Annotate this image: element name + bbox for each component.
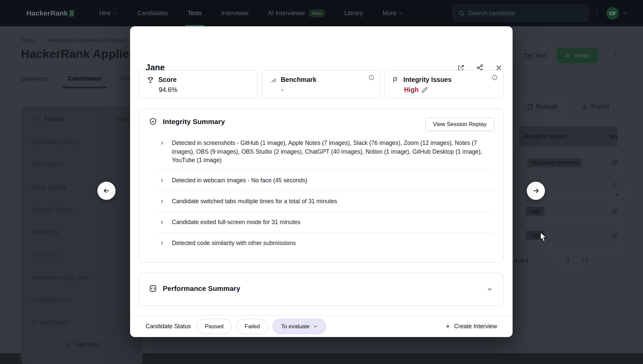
nav-item-hire[interactable]: Hire	[89, 0, 127, 26]
link-icon[interactable]	[612, 159, 617, 165]
status-to-evaluate-label: To evaluate	[281, 323, 309, 330]
nav-item-label: AI Interviewer	[268, 10, 305, 17]
filter-label: Candidate status	[32, 138, 79, 146]
nav-item-interviews[interactable]: Interviews	[212, 0, 258, 26]
column-inv: Inv	[610, 133, 618, 140]
integrity-cell-high: High	[526, 207, 545, 216]
filters-header: Filters	[32, 115, 63, 123]
integrity-item-text: Candidate switched tabs multiple times f…	[172, 197, 337, 206]
refresh-button[interactable]: Refresh	[521, 99, 564, 115]
breadcrumb-current: HackerRank Applied AI Enginee	[48, 37, 127, 43]
chevron-right-icon	[614, 192, 620, 198]
person-plus-icon	[565, 52, 571, 59]
integrity-label: Integrity Issues	[403, 76, 452, 84]
try-test-button[interactable]: Try Test	[518, 48, 552, 63]
create-interview-label: Create Interview	[454, 323, 497, 330]
filter-id-verification[interactable]: ID Verification	[32, 319, 134, 326]
filter-label: Completed on	[32, 296, 70, 304]
pagination-range: 4 of 4	[514, 257, 528, 264]
plus-icon	[445, 323, 451, 329]
table-scroll-right-button[interactable]	[609, 187, 625, 203]
tab-candidates[interactable]: Candidates	[68, 75, 101, 88]
tab-questions[interactable]: Questions	[21, 75, 49, 88]
chevron-right-icon	[39, 38, 43, 42]
filter-integrity-issues[interactable]: Integrity issues	[32, 206, 134, 213]
performance-summary-title: Performance Summary	[163, 284, 240, 293]
status-passed-button[interactable]: Passed	[196, 319, 232, 334]
tab-label: Questions	[21, 75, 49, 82]
search-icon	[458, 10, 465, 17]
hackerrank-logo[interactable]: HackerRank	[26, 9, 74, 17]
avatar[interactable]: CF	[606, 7, 619, 20]
next-candidate-button[interactable]	[527, 182, 545, 200]
arrow-left-icon	[102, 187, 111, 195]
filters-collapse-icon[interactable]	[32, 116, 39, 123]
kebab-menu-icon[interactable]	[611, 51, 619, 59]
row-divider	[524, 223, 617, 223]
status-failed-button[interactable]: Failed	[236, 319, 268, 334]
link-icon[interactable]	[612, 208, 617, 214]
filter-invited-by[interactable]: Invited by	[32, 229, 134, 236]
export-button[interactable]: Export	[581, 103, 609, 110]
chevron-down-icon	[313, 324, 318, 329]
integrity-item-text: Candidate exited full-screen mode for 31…	[172, 218, 300, 227]
modal-footer: Candidate Status Passed Failed To evalua…	[130, 315, 513, 337]
integrity-item-tab-switch[interactable]: Candidate switched tabs multiple times f…	[159, 197, 491, 206]
plus-icon	[65, 342, 70, 348]
search-input[interactable]	[468, 10, 583, 17]
filter-total-score[interactable]: Total score	[32, 161, 134, 168]
filter-invited-on[interactable]: Invited on	[32, 251, 134, 259]
integrity-card-header: Integrity Issues	[392, 76, 452, 84]
pagination-page-input[interactable]: 1	[558, 254, 578, 267]
filter-invitation-expiry[interactable]: Invitation expiry date	[32, 274, 134, 281]
info-icon[interactable]	[492, 74, 498, 81]
nav-item-label: Library	[344, 10, 363, 17]
breadcrumb-tests[interactable]: Tests	[21, 37, 34, 43]
view-session-replay-label: View Session Replay	[433, 121, 487, 128]
nav-item-tests[interactable]: Tests	[178, 0, 212, 26]
pagination-total: / 1	[582, 257, 588, 264]
row-divider	[524, 248, 617, 248]
trophy-icon	[147, 76, 154, 83]
info-icon[interactable]	[368, 74, 374, 81]
status-passed-label: Passed	[205, 323, 223, 330]
nav-item-ai-interviewer[interactable]: AI Interviewer New	[258, 0, 335, 26]
top-nav: HackerRank Hire Candidates Tests Intervi…	[0, 0, 643, 26]
create-interview-button[interactable]: Create Interview	[445, 323, 497, 330]
nav-menu: Hire Candidates Tests Interviews AI Inte…	[89, 0, 413, 26]
benchmark-card: Benchmark -	[262, 70, 380, 98]
filter-code-quality[interactable]: Code quality	[32, 183, 134, 191]
nav-item-library[interactable]: Library	[335, 0, 373, 26]
filter-label: Code quality	[32, 183, 66, 191]
integrity-item-fullscreen-exit[interactable]: Candidate exited full-screen mode for 31…	[159, 218, 491, 227]
link-icon[interactable]	[612, 233, 617, 238]
chevron-down-icon[interactable]	[486, 286, 493, 293]
previous-candidate-button[interactable]	[97, 182, 116, 200]
view-session-replay-button[interactable]: View Session Replay	[425, 118, 494, 131]
integrity-item-webcam[interactable]: Detected in webcam images - No face (45 …	[159, 176, 491, 185]
nav-item-candidates[interactable]: Candidates	[127, 0, 178, 26]
invite-button[interactable]: Invite	[556, 48, 598, 63]
performance-summary-card[interactable]: Performance Summary	[139, 273, 503, 306]
filter-label: ID Verification	[32, 319, 70, 326]
edit-icon[interactable]	[422, 87, 428, 93]
chevron-right-icon	[159, 199, 165, 204]
filters-panel: Filters Reset Candidate status Total sco…	[21, 107, 143, 364]
integrity-item-code-similarity[interactable]: Detected code similarity with other subm…	[159, 239, 491, 248]
add-filter-button[interactable]: Add filter	[32, 337, 132, 353]
filter-candidate-status[interactable]: Candidate status	[32, 138, 134, 146]
integrity-item-screenshots[interactable]: Detected in screenshots - GitHub (1 imag…	[159, 139, 491, 165]
candidate-detail-modal: Jane Score 94.6% Benchmark - Integrity I…	[130, 26, 513, 337]
search-box[interactable]	[453, 5, 588, 22]
chevron-down-icon[interactable]	[622, 10, 627, 16]
integrity-cell-no-issues: No issues detected	[527, 158, 582, 167]
benchmark-bars-icon	[270, 77, 276, 83]
breadcrumb: Tests HackerRank Applied AI Enginee	[21, 37, 126, 43]
status-to-evaluate-button[interactable]: To evaluate	[273, 319, 326, 334]
chevron-right-icon	[159, 240, 165, 246]
nav-item-more[interactable]: More	[373, 0, 414, 26]
chevron-left-icon[interactable]	[545, 259, 551, 265]
nav-item-label: Tests	[188, 10, 202, 17]
filter-completed-on[interactable]: Completed on	[32, 296, 134, 304]
chevron-right-icon[interactable]	[607, 259, 613, 265]
